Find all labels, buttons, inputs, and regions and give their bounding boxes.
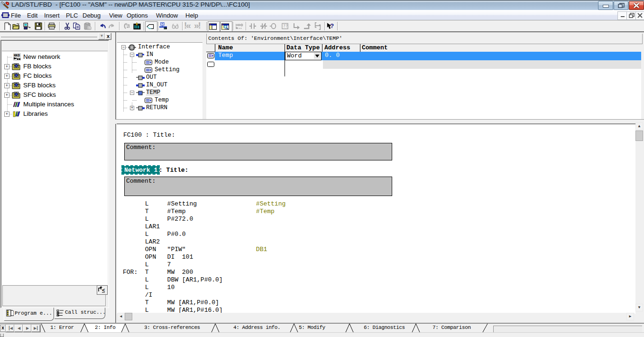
svg-text:<: < [102, 287, 105, 293]
svg-text:?: ? [330, 22, 334, 29]
svg-text:??: ?? [283, 24, 288, 28]
svg-text:HKO: HKO [14, 54, 20, 57]
